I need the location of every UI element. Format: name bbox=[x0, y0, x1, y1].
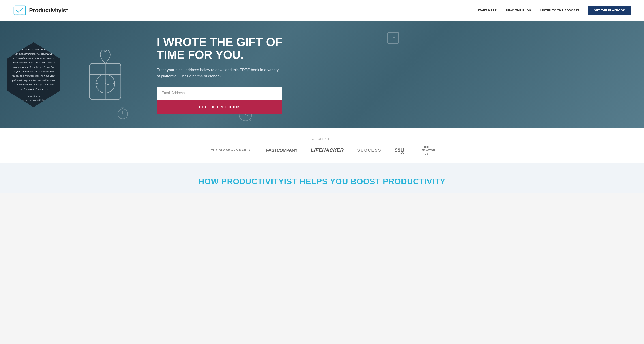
testimonial-author: Mike SturmAuthor of The Wabi-Sabi Way bbox=[11, 94, 56, 102]
hero-section: "In The Gift of Time, Mike Vardy blends … bbox=[0, 21, 644, 128]
svg-point-24 bbox=[104, 83, 106, 84]
testimonial-inner: "In The Gift of Time, Mike Vardy blends … bbox=[11, 48, 56, 102]
clock-art-area bbox=[67, 21, 143, 128]
logo-huffington-post: THEHUFFINGTONPOST bbox=[418, 145, 435, 155]
svg-rect-0 bbox=[14, 6, 26, 15]
hero-subtitle: Enter your email address below to downlo… bbox=[157, 67, 282, 79]
email-form: GET THE FREE BOOK bbox=[157, 87, 282, 114]
logo-lifehacker: lifehacker bbox=[311, 147, 344, 153]
logo-99u: 99U bbox=[395, 147, 404, 153]
main-nav: START HERE READ THE BLOG LISTEN TO THE P… bbox=[477, 6, 630, 15]
hero-text-block: I WROTE THE GIFT OF TIME FOR YOU. Enter … bbox=[157, 36, 282, 113]
as-seen-in-label: AS SEEN IN bbox=[14, 137, 630, 141]
logo-icon bbox=[14, 4, 26, 17]
logo-text: Productivityist bbox=[29, 7, 68, 14]
hero-title: I WROTE THE GIFT OF TIME FOR YOU. bbox=[157, 36, 282, 61]
as-seen-in-section: AS SEEN IN THE GLOBE AND MAIL ✦ FASTCOMP… bbox=[0, 128, 644, 163]
logo-success: SUCCESS bbox=[357, 148, 381, 153]
nav-get-playbook[interactable]: GET THE PLAYBOOK bbox=[588, 6, 630, 15]
testimonial-area: "In The Gift of Time, Mike Vardy blends … bbox=[0, 21, 67, 128]
hero-right: I WROTE THE GIFT OF TIME FOR YOU. Enter … bbox=[143, 21, 644, 128]
boost-section: HOW PRODUCTIVITYIST HELPS YOU BOOST PROD… bbox=[0, 163, 644, 193]
nav-start-here[interactable]: START HERE bbox=[477, 9, 497, 12]
testimonial-hex: "In The Gift of Time, Mike Vardy blends … bbox=[4, 42, 63, 107]
testimonial-quote: "In The Gift of Time, Mike Vardy blends … bbox=[11, 48, 56, 91]
logo-area[interactable]: Productivityist bbox=[14, 4, 68, 17]
logos-row: THE GLOBE AND MAIL ✦ FASTCOMPANY lifehac… bbox=[14, 145, 630, 155]
nav-read-blog[interactable]: READ THE BLOG bbox=[506, 9, 531, 12]
site-header: Productivityist START HERE READ THE BLOG… bbox=[0, 0, 644, 21]
email-input[interactable] bbox=[157, 87, 282, 100]
hero-content: "In The Gift of Time, Mike Vardy blends … bbox=[0, 21, 644, 128]
get-free-book-button[interactable]: GET THE FREE BOOK bbox=[157, 100, 282, 114]
gift-clock-art bbox=[83, 46, 128, 104]
logo-fastcompany: FASTCOMPANY bbox=[266, 148, 298, 153]
nav-listen-podcast[interactable]: LISTEN TO THE PODCAST bbox=[540, 9, 580, 12]
logo-globe-mail: THE GLOBE AND MAIL ✦ bbox=[209, 147, 253, 153]
boost-title: HOW PRODUCTIVITYIST HELPS YOU BOOST PROD… bbox=[14, 177, 630, 186]
